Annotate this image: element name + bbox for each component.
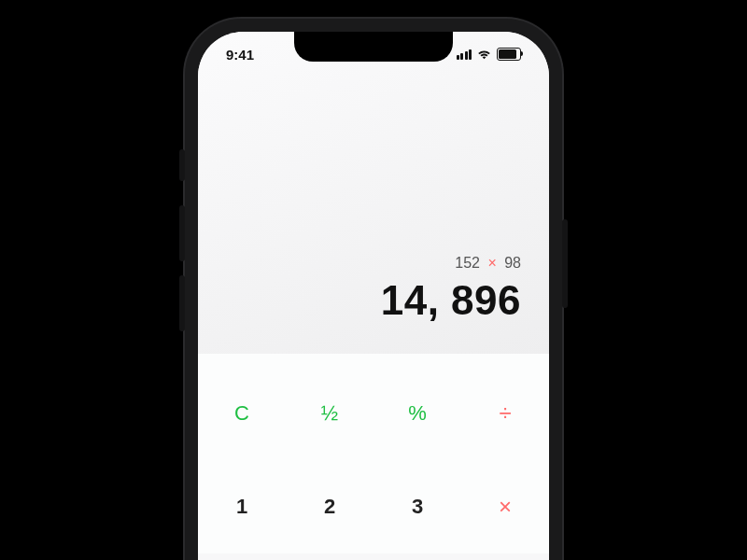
expr-operator: × [487, 255, 496, 271]
cellular-icon [457, 49, 472, 60]
half-button[interactable]: ½ [286, 367, 374, 460]
volume-up-button [179, 205, 185, 261]
expression: 152 × 98 [455, 255, 521, 272]
notch [294, 32, 453, 62]
wifi-icon [476, 49, 492, 60]
keypad-row-1: C ½ % ÷ [198, 367, 549, 460]
divide-button[interactable]: ÷ [461, 367, 549, 460]
status-indicators [457, 48, 522, 61]
multiply-button[interactable]: × [461, 460, 549, 553]
phone-screen: 9:41 152 × 98 [198, 32, 549, 560]
percent-button[interactable]: % [374, 367, 461, 460]
mute-switch [179, 149, 185, 181]
keypad: C ½ % ÷ 1 2 3 × [198, 354, 549, 553]
expr-right: 98 [504, 255, 521, 271]
digit-3-button[interactable]: 3 [374, 460, 461, 553]
battery-icon [497, 48, 521, 61]
calculator-display: 152 × 98 14, 896 [198, 32, 549, 354]
digit-1-button[interactable]: 1 [198, 460, 286, 553]
digit-2-button[interactable]: 2 [286, 460, 374, 553]
power-button [562, 219, 568, 308]
keypad-row-2: 1 2 3 × [198, 460, 549, 553]
expr-left: 152 [455, 255, 480, 271]
clear-button[interactable]: C [198, 367, 286, 460]
result-value: 14, 896 [381, 277, 521, 324]
phone-frame: 9:41 152 × 98 [185, 19, 562, 560]
volume-down-button [179, 275, 185, 331]
status-time: 9:41 [226, 47, 254, 63]
